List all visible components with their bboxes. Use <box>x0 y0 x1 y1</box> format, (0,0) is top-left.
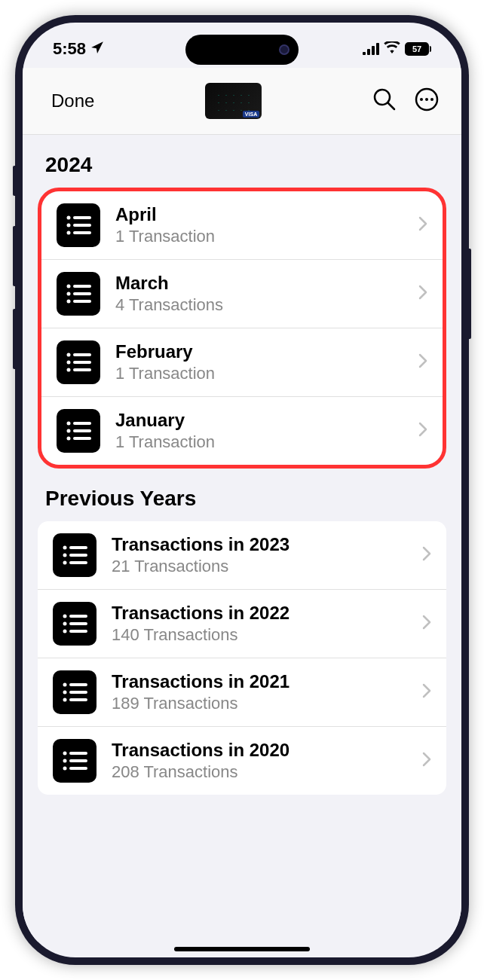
svg-rect-27 <box>73 422 91 425</box>
section-header-previous: Previous Years <box>23 469 461 521</box>
svg-point-7 <box>67 224 71 227</box>
svg-rect-28 <box>73 429 91 432</box>
chevron-right-icon <box>418 352 427 373</box>
svg-rect-34 <box>69 554 87 557</box>
svg-rect-33 <box>69 546 87 549</box>
list-item-2023[interactable]: Transactions in 2023 21 Transactions <box>38 521 446 590</box>
svg-point-20 <box>67 368 71 372</box>
list-icon <box>57 340 100 384</box>
svg-rect-51 <box>69 752 87 755</box>
item-title: Transactions in 2020 <box>112 740 407 761</box>
battery-level: 57 <box>412 44 421 53</box>
svg-point-42 <box>63 683 67 687</box>
dynamic-island <box>185 35 299 65</box>
svg-rect-29 <box>73 437 91 440</box>
svg-rect-21 <box>73 353 91 356</box>
volume-down <box>13 309 17 369</box>
svg-rect-9 <box>73 216 91 219</box>
svg-rect-23 <box>73 368 91 371</box>
home-indicator[interactable] <box>174 947 310 951</box>
chevron-right-icon <box>422 613 431 634</box>
chevron-right-icon <box>422 682 431 703</box>
svg-point-25 <box>67 429 71 433</box>
item-subtitle: 1 Transaction <box>115 432 403 452</box>
list-item-2021[interactable]: Transactions in 2021 189 Transactions <box>38 658 446 727</box>
item-subtitle: 1 Transaction <box>115 364 403 383</box>
list-icon <box>53 533 96 577</box>
item-title: February <box>115 341 403 362</box>
status-right: 57 <box>363 41 431 56</box>
svg-point-43 <box>63 691 67 695</box>
svg-point-6 <box>67 216 71 220</box>
battery-icon: 57 <box>405 42 431 56</box>
svg-rect-17 <box>73 300 91 303</box>
item-title: Transactions in 2023 <box>112 534 407 555</box>
svg-point-3 <box>420 98 423 101</box>
item-title: January <box>115 410 403 431</box>
svg-rect-15 <box>73 285 91 288</box>
list-icon <box>53 739 96 783</box>
item-subtitle: 140 Transactions <box>112 625 407 645</box>
svg-rect-53 <box>69 767 87 770</box>
card-thumbnail[interactable]: VISA <box>205 83 262 119</box>
search-icon[interactable] <box>372 87 397 114</box>
list-icon <box>57 409 100 453</box>
list-item-2022[interactable]: Transactions in 2022 140 Transactions <box>38 590 446 658</box>
svg-rect-47 <box>69 698 87 701</box>
list-item-january[interactable]: January 1 Transaction <box>41 397 443 465</box>
svg-point-44 <box>63 698 67 702</box>
svg-point-8 <box>67 231 71 235</box>
chevron-right-icon <box>418 215 427 236</box>
svg-point-26 <box>67 437 71 441</box>
svg-rect-22 <box>73 361 91 364</box>
screen: 5:58 57 Done <box>23 23 461 957</box>
section-header-2024: 2024 <box>23 135 461 188</box>
item-title: March <box>115 273 403 294</box>
svg-rect-16 <box>73 292 91 295</box>
svg-point-30 <box>63 546 67 550</box>
item-subtitle: 208 Transactions <box>112 762 407 782</box>
more-icon[interactable] <box>415 87 439 114</box>
svg-point-49 <box>63 759 67 763</box>
svg-rect-11 <box>73 231 91 234</box>
svg-point-37 <box>63 622 67 626</box>
content-area: 2024 April 1 Transaction <box>23 135 461 942</box>
list-icon <box>57 272 100 316</box>
chevron-right-icon <box>422 545 431 566</box>
svg-point-50 <box>63 767 67 771</box>
list-item-2020[interactable]: Transactions in 2020 208 Transactions <box>38 727 446 795</box>
cellular-signal-icon <box>363 43 379 55</box>
highlight-annotation: April 1 Transaction March 4 <box>38 188 446 469</box>
chevron-right-icon <box>418 420 427 441</box>
list-item-february[interactable]: February 1 Transaction <box>41 328 443 397</box>
item-title: Transactions in 2021 <box>112 671 407 692</box>
list-icon <box>53 602 96 646</box>
svg-point-0 <box>375 90 390 105</box>
chevron-right-icon <box>418 283 427 304</box>
svg-point-4 <box>425 98 428 101</box>
volume-up <box>13 226 17 286</box>
current-year-list: April 1 Transaction March 4 <box>41 191 443 465</box>
list-item-april[interactable]: April 1 Transaction <box>41 191 443 260</box>
item-subtitle: 21 Transactions <box>112 557 407 576</box>
list-item-march[interactable]: March 4 Transactions <box>41 260 443 328</box>
svg-point-48 <box>63 752 67 756</box>
svg-rect-39 <box>69 615 87 618</box>
svg-rect-45 <box>69 683 87 686</box>
svg-point-32 <box>63 561 67 565</box>
svg-rect-10 <box>73 224 91 227</box>
item-subtitle: 4 Transactions <box>115 295 403 315</box>
svg-point-31 <box>63 554 67 557</box>
svg-rect-46 <box>69 691 87 694</box>
svg-point-24 <box>67 422 71 426</box>
svg-rect-40 <box>69 622 87 625</box>
svg-rect-41 <box>69 630 87 633</box>
phone-frame: 5:58 57 Done <box>15 15 469 965</box>
time-label: 5:58 <box>53 39 86 59</box>
previous-years-list: Transactions in 2023 21 Transactions Tra… <box>38 521 446 795</box>
done-button[interactable]: Done <box>51 90 94 111</box>
svg-point-12 <box>67 285 71 289</box>
location-icon <box>90 41 104 58</box>
status-left: 5:58 <box>53 39 104 59</box>
svg-rect-52 <box>69 759 87 762</box>
